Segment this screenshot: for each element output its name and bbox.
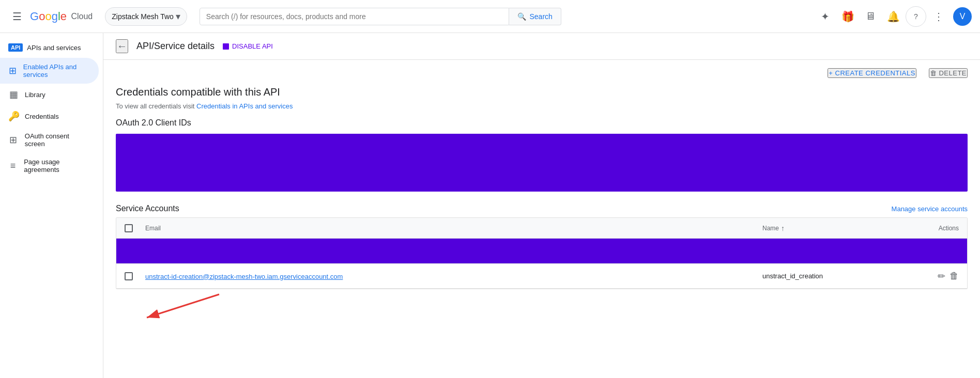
header-checkbox-cell [125, 224, 145, 232]
credentials-icon: 🔑 [8, 111, 19, 122]
search-button[interactable]: 🔍 Search [509, 8, 561, 25]
table-header-row: Email Name ↑ Actions [116, 218, 967, 239]
avatar[interactable]: V [953, 7, 972, 26]
hamburger-icon[interactable]: ☰ [8, 6, 26, 27]
content-area: ← API/Service details DISABLE API + CREA… [103, 33, 980, 378]
select-all-checkbox[interactable] [125, 224, 133, 232]
create-credentials-button[interactable]: + CREATE CREDENTIALS [828, 68, 916, 78]
api-badge: API [8, 43, 23, 52]
service-accounts-table: Email Name ↑ Actions [116, 217, 968, 289]
sidebar-item-label: OAuth consent screen [25, 132, 90, 148]
page-usage-icon: ≡ [8, 161, 18, 171]
search-icon: 🔍 [517, 12, 526, 21]
subheader: ← API/Service details DISABLE API [103, 33, 980, 60]
actions-column-header: Actions [917, 225, 959, 232]
row-name-cell: unstract_id_creation [762, 272, 917, 280]
row-checkbox-cell [125, 272, 145, 280]
oauth-section-title: OAuth 2.0 Client IDs [116, 118, 968, 128]
cloud-text: Cloud [69, 12, 93, 21]
table-row-highlighted [116, 239, 967, 263]
google-cloud-logo: Google Cloud [30, 10, 93, 23]
row-actions-cell: ✏ 🗑 [917, 271, 959, 282]
header-right: ✦ 🎁 🖥 🔔 ? ⋮ V [815, 6, 972, 27]
delete-button[interactable]: 🗑 DELETE [929, 68, 968, 78]
service-accounts-header: Service Accounts Manage service accounts [116, 204, 968, 213]
sidebar-item-label: Credentials [25, 113, 59, 120]
more-icon[interactable]: ⋮ [928, 6, 949, 27]
search-input[interactable] [206, 12, 503, 21]
service-accounts-title: Service Accounts [116, 204, 179, 213]
sidebar-item-label: Library [25, 91, 45, 99]
sidebar-item-oauth[interactable]: ⊞ OAuth consent screen [0, 127, 99, 153]
sidebar-item-credentials[interactable]: 🔑 Credentials [0, 105, 99, 127]
sidebar-title: APIs and services [27, 44, 81, 52]
bell-icon[interactable]: 🔔 [883, 6, 904, 27]
credentials-link[interactable]: Credentials in APIs and services [196, 102, 293, 110]
svg-line-1 [147, 294, 219, 318]
search-input-wrapper [200, 8, 510, 25]
email-column-header: Email [145, 225, 762, 232]
sidebar-item-page-usage[interactable]: ≡ Page usage agreements [0, 153, 99, 179]
trash-icon: 🗑 [930, 69, 937, 77]
project-chevron-icon: ▾ [176, 11, 180, 22]
sidebar-item-enabled-apis[interactable]: ⊞ Enabled APIs and services [0, 58, 99, 84]
credentials-section-subtitle: To view all credentials visit Credential… [116, 102, 968, 110]
oauth-table-block [116, 134, 968, 192]
row-email-cell: unstract-id-creation@zipstack-mesh-two.i… [145, 272, 762, 280]
spark-icon[interactable]: ✦ [815, 6, 835, 27]
page-actions: + CREATE CREDENTIALS 🗑 DELETE [103, 60, 980, 86]
gift-icon[interactable]: 🎁 [837, 6, 858, 27]
library-icon: ▦ [8, 89, 19, 100]
monitor-icon[interactable]: 🖥 [860, 6, 881, 27]
project-name: Zipstack Mesh Two [112, 12, 174, 21]
header-left: ☰ Google Cloud Zipstack Mesh Two ▾ [8, 6, 187, 27]
service-account-email-link[interactable]: unstract-id-creation@zipstack-mesh-two.i… [145, 273, 343, 280]
back-button[interactable]: ← [116, 39, 128, 53]
credentials-section: Credentials compatible with this API To … [103, 86, 980, 343]
red-arrow-annotation [126, 289, 229, 330]
manage-service-accounts-link[interactable]: Manage service accounts [892, 205, 968, 213]
sidebar-item-label: Enabled APIs and services [23, 63, 90, 78]
sidebar: API APIs and services ⊞ Enabled APIs and… [0, 33, 103, 378]
sidebar-item-library[interactable]: ▦ Library [0, 84, 99, 105]
delete-row-icon[interactable]: 🗑 [950, 271, 959, 282]
search-bar: 🔍 Search [200, 8, 561, 25]
oauth-icon: ⊞ [8, 134, 19, 146]
table-divider [116, 288, 967, 289]
header: ☰ Google Cloud Zipstack Mesh Two ▾ 🔍 Sea… [0, 0, 980, 33]
disable-api-button[interactable]: DISABLE API [223, 40, 273, 52]
sort-icon: ↑ [781, 224, 785, 232]
edit-icon[interactable]: ✏ [938, 271, 945, 282]
help-icon[interactable]: ? [906, 6, 926, 27]
annotation-area [116, 289, 968, 330]
main-layout: API APIs and services ⊞ Enabled APIs and… [0, 33, 980, 378]
project-selector[interactable]: Zipstack Mesh Two ▾ [105, 7, 187, 26]
credentials-section-title: Credentials compatible with this API [116, 86, 968, 98]
table-row: unstract-id-creation@zipstack-mesh-two.i… [116, 263, 967, 288]
sidebar-header: API APIs and services [0, 37, 103, 58]
name-column-header[interactable]: Name ↑ [762, 224, 917, 232]
row-checkbox[interactable] [125, 272, 133, 280]
enabled-apis-icon: ⊞ [8, 65, 17, 76]
subheader-title: API/Service details [136, 41, 215, 52]
sidebar-item-label: Page usage agreements [24, 158, 90, 174]
